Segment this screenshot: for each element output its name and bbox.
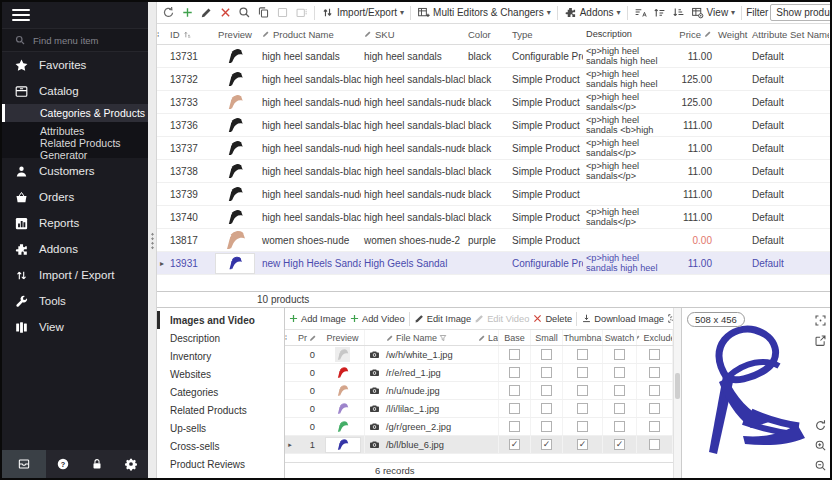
- column-header-description[interactable]: Description: [583, 29, 671, 39]
- checkbox-unchecked-icon[interactable]: [541, 385, 552, 396]
- column-header-swatch[interactable]: Swatch: [603, 330, 637, 345]
- image-role-checkbox[interactable]: [637, 436, 673, 453]
- image-role-checkbox[interactable]: [603, 418, 637, 435]
- image-role-checkbox[interactable]: [499, 364, 531, 381]
- delete-product-button[interactable]: [217, 5, 234, 20]
- sidebar-item-tools[interactable]: Tools: [2, 288, 148, 314]
- multi-editors-button[interactable]: Multi Editors & Changers▾: [415, 5, 553, 20]
- sidebar-item-import-export[interactable]: Import / Export: [2, 262, 148, 288]
- set-resize-rule-button[interactable]: Set Resize Rule: [666, 312, 673, 325]
- column-header-color[interactable]: Color: [465, 29, 509, 40]
- image-role-checkbox[interactable]: [603, 346, 637, 363]
- edit-product-button[interactable]: [198, 5, 215, 20]
- tab-images-and-video[interactable]: Images and Video: [157, 311, 284, 329]
- product-row[interactable]: 13731high heel sandalshigh heel sandalsb…: [157, 45, 830, 68]
- column-header-attribute-set-name[interactable]: Attribute Set Name: [749, 29, 829, 40]
- column-header-small[interactable]: Small: [531, 330, 563, 345]
- image-row[interactable]: 0/r/e/red_1.jpg: [285, 364, 673, 382]
- column-header-preview[interactable]: Preview: [321, 330, 365, 345]
- column-header-price[interactable]: Price: [671, 29, 715, 40]
- column-header-exclude[interactable]: Exclude: [637, 330, 673, 345]
- image-role-checkbox[interactable]: ✓: [563, 436, 603, 453]
- checkbox-unchecked-icon[interactable]: [614, 349, 625, 360]
- checkbox-unchecked-icon[interactable]: [509, 385, 520, 396]
- tab-cross-sells[interactable]: Cross-sells: [157, 437, 284, 455]
- checkbox-unchecked-icon[interactable]: [649, 385, 660, 396]
- image-row[interactable]: 0/l/i/lilac_1.jpg: [285, 400, 673, 418]
- column-header-id[interactable]: ID: [167, 29, 211, 40]
- sidebar-item-customers[interactable]: Customers: [2, 158, 148, 184]
- column-header-pr[interactable]: Pr: [295, 333, 321, 343]
- product-row[interactable]: 13736high heel sandals-black-36high heel…: [157, 114, 830, 137]
- media-scrollbar[interactable]: [673, 308, 681, 478]
- sidebar-item-categories-products[interactable]: Categories & Products: [2, 104, 148, 122]
- product-row[interactable]: 13738high heel sandals-black-37high heel…: [157, 160, 830, 183]
- image-role-checkbox[interactable]: [499, 418, 531, 435]
- product-row[interactable]: 13732high heel sandals-blackhigh heel sa…: [157, 68, 830, 91]
- sort-az-button[interactable]: [632, 5, 649, 20]
- open-external-icon[interactable]: [814, 334, 827, 347]
- product-row[interactable]: ▸13931new High Heels SandalsHigh Geels S…: [157, 252, 830, 275]
- tab-product-reviews[interactable]: Product Reviews: [157, 455, 284, 473]
- checkbox-unchecked-icon[interactable]: [577, 385, 588, 396]
- product-row[interactable]: 13739high heel sandals-nude-37high heel …: [157, 183, 830, 206]
- image-role-checkbox[interactable]: [637, 364, 673, 381]
- tab-websites[interactable]: Websites: [157, 365, 284, 383]
- image-row[interactable]: 0/w/h/white_1.jpg: [285, 346, 673, 364]
- sidebar-item-catalog[interactable]: Catalog: [2, 78, 148, 104]
- checkbox-checked-icon[interactable]: ✓: [541, 439, 552, 450]
- lock-button[interactable]: [80, 450, 114, 478]
- checkbox-unchecked-icon[interactable]: [541, 367, 552, 378]
- checkbox-unchecked-icon[interactable]: [509, 403, 520, 414]
- image-role-checkbox[interactable]: ✓: [531, 436, 563, 453]
- hamburger-menu-icon[interactable]: [12, 9, 30, 21]
- edit-image-button[interactable]: Edit Image: [413, 312, 472, 325]
- checkbox-unchecked-icon[interactable]: [614, 367, 625, 378]
- search-products-button[interactable]: [236, 5, 253, 20]
- delete-image-button[interactable]: Delete: [531, 312, 573, 325]
- checkbox-unchecked-icon[interactable]: [649, 367, 660, 378]
- import-export-button[interactable]: Import/Export▾: [319, 5, 406, 20]
- column-header-sku[interactable]: SKU: [361, 29, 465, 40]
- column-header-base[interactable]: Base: [499, 330, 531, 345]
- tab-related-products[interactable]: Related Products: [157, 401, 284, 419]
- image-role-checkbox[interactable]: ✓: [499, 436, 531, 453]
- image-role-checkbox[interactable]: [563, 400, 603, 417]
- checkbox-checked-icon[interactable]: ✓: [509, 439, 520, 450]
- tab-categories[interactable]: Categories: [157, 383, 284, 401]
- product-row[interactable]: 13817women shoes-nudewomen shoes-nude-2p…: [157, 229, 830, 252]
- image-role-checkbox[interactable]: [531, 400, 563, 417]
- fullscreen-icon[interactable]: [814, 314, 827, 327]
- checkbox-unchecked-icon[interactable]: [541, 421, 552, 432]
- image-role-checkbox[interactable]: [563, 418, 603, 435]
- image-role-checkbox[interactable]: ✓: [603, 436, 637, 453]
- tab-up-sells[interactable]: Up-sells: [157, 419, 284, 437]
- zoom-in-icon[interactable]: [814, 439, 827, 452]
- column-header-weight[interactable]: Weight: [715, 29, 749, 40]
- image-role-checkbox[interactable]: [563, 346, 603, 363]
- image-role-checkbox[interactable]: [531, 382, 563, 399]
- help-button[interactable]: ?: [46, 450, 80, 478]
- zoom-out-icon[interactable]: [814, 459, 827, 472]
- active-module-button[interactable]: [2, 450, 46, 478]
- image-role-checkbox[interactable]: [531, 346, 563, 363]
- checkbox-unchecked-icon[interactable]: [577, 367, 588, 378]
- add-image-button[interactable]: Add Image: [287, 312, 347, 325]
- image-role-checkbox[interactable]: [531, 418, 563, 435]
- sidebar-item-reports[interactable]: Reports: [2, 210, 148, 236]
- sort-ascending-button[interactable]: [651, 5, 668, 20]
- download-image-button[interactable]: Download Image: [580, 312, 665, 325]
- image-role-checkbox[interactable]: [637, 418, 673, 435]
- column-header-thumbna[interactable]: Thumbna: [563, 330, 603, 345]
- checkbox-unchecked-icon[interactable]: [577, 403, 588, 414]
- column-header-preview[interactable]: Preview: [211, 29, 259, 40]
- checkbox-unchecked-icon[interactable]: [541, 403, 552, 414]
- image-role-checkbox[interactable]: [563, 364, 603, 381]
- checkbox-unchecked-icon[interactable]: [614, 403, 625, 414]
- column-header-label[interactable]: Label: [475, 330, 499, 345]
- image-row[interactable]: 0/n/u/nude.jpg: [285, 382, 673, 400]
- edit-video-button[interactable]: Edit Video: [473, 312, 530, 325]
- checkbox-unchecked-icon[interactable]: [649, 349, 660, 360]
- tab-inventory[interactable]: Inventory: [157, 347, 284, 365]
- category-filter-select[interactable]: Show products from selected categories ▾: [770, 4, 830, 21]
